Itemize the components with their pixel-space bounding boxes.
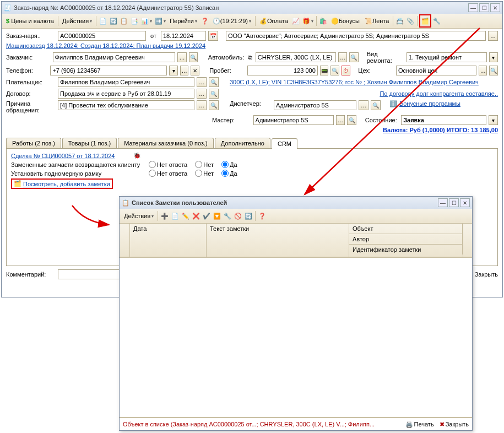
total-line[interactable]: Валюта: Руб (1,0000) ИТОГО: 13 185,00 — [383, 127, 498, 133]
date-picker-button[interactable]: 📅 — [208, 31, 218, 41]
reason-input[interactable] — [58, 100, 194, 110]
sub-add-button[interactable]: ➕ — [160, 210, 170, 221]
col-text[interactable]: Текст заметки — [207, 224, 349, 257]
q1-noanswer[interactable]: Нет ответа — [149, 161, 187, 168]
phone-more-button[interactable]: … — [180, 66, 189, 75]
q1-no[interactable]: Нет — [195, 161, 214, 168]
go-menu[interactable]: Перейти▾ — [167, 15, 199, 26]
tb-icon-6[interactable]: ➡️▾ — [154, 15, 167, 26]
phone-input[interactable] — [50, 66, 167, 75]
customer-more-button[interactable]: … — [177, 52, 186, 62]
disp-more-button[interactable]: … — [359, 100, 368, 110]
tb-help-icon[interactable]: ❓ — [200, 15, 210, 26]
state-dd-button[interactable]: ▾ — [489, 115, 498, 125]
maximize-button[interactable]: ☐ — [479, 3, 489, 12]
tab-crm[interactable]: CRM — [272, 138, 297, 149]
tb-icon-4[interactable]: 📑 — [129, 15, 139, 26]
notes-toolbar-button[interactable]: 🗂️ — [419, 14, 431, 28]
tb-icon-7[interactable]: 📈 — [291, 15, 301, 26]
q2-noanswer[interactable]: Нет ответа — [149, 170, 187, 177]
mileage-calc-button[interactable]: 📟 — [320, 66, 329, 75]
sub-filter1-button[interactable]: 🔽 — [212, 210, 222, 221]
auto-search-button[interactable]: 🔍 — [349, 52, 358, 62]
phone-dd-button[interactable]: ▾ — [169, 66, 178, 75]
auto-input[interactable] — [256, 52, 336, 62]
col-date[interactable]: Дата — [130, 224, 207, 257]
master-input[interactable] — [253, 115, 334, 125]
tb-icon-3[interactable]: 📋 — [119, 15, 129, 26]
bonus-prog-link[interactable]: Бонусные программы — [399, 100, 460, 107]
tab-works[interactable]: Работы (2 поз.) — [6, 138, 61, 148]
sub-maximize-button[interactable]: ☐ — [449, 198, 459, 207]
time-button[interactable]: 🕐(19:21:29)▾ — [210, 15, 253, 26]
shop-more-button[interactable]: … — [479, 66, 487, 75]
sub-copy-button[interactable]: 📄 — [170, 210, 180, 221]
contract-search-button[interactable]: 🔍 — [209, 89, 219, 99]
tb-icon-2[interactable]: 🔄 — [109, 15, 118, 26]
contract-input[interactable] — [58, 89, 194, 99]
customer-search-button[interactable]: 🔍 — [189, 52, 198, 62]
grid-body[interactable] — [120, 257, 472, 299]
bonus-button[interactable]: 🟡Бонусы — [329, 15, 362, 26]
q2-no[interactable]: Нет — [195, 170, 214, 177]
q2-yes[interactable]: Да — [221, 170, 237, 177]
mileage-warn-button[interactable]: ⏱ — [342, 66, 350, 75]
shop-search-button[interactable]: 🔍 — [489, 66, 498, 75]
disp-input[interactable] — [274, 100, 356, 110]
tb-icon-5[interactable]: 📊▾ — [140, 15, 153, 26]
date-input[interactable] — [161, 31, 206, 41]
sub-refresh-button[interactable]: 🔄 — [243, 210, 253, 221]
close-button[interactable]: Закрыть — [475, 271, 498, 278]
repair-dd-button[interactable]: ▾ — [489, 52, 498, 62]
mileage-ext-button[interactable]: 🔍 — [330, 66, 339, 75]
payer-search-button[interactable]: 🔍 — [209, 77, 219, 87]
lenta-button[interactable]: 📜Лента — [362, 15, 391, 26]
tb-icon-9[interactable]: 🛍️ — [318, 15, 328, 26]
mileage-input[interactable] — [247, 66, 318, 75]
state-input[interactable] — [401, 115, 486, 125]
master-more-button[interactable]: … — [336, 115, 345, 125]
q1-yes[interactable]: Да — [221, 161, 237, 168]
tb-icon-8[interactable]: 🎁▾ — [301, 15, 315, 26]
trace-link[interactable]: Машинозаезд 18.12.2024; Создан 18.12.202… — [6, 42, 205, 49]
minimize-button[interactable]: — — [468, 3, 478, 12]
sub-filteroff-button[interactable]: 🚫 — [233, 210, 243, 221]
reason-search-button[interactable]: 🔍 — [209, 100, 219, 110]
auto-more-button[interactable]: … — [338, 52, 347, 62]
col-author[interactable]: Автор — [349, 234, 463, 245]
tb-icon-11[interactable]: 📎 — [405, 15, 415, 26]
shop-input[interactable] — [396, 66, 476, 75]
col-id[interactable]: Идентификатор заметки — [349, 245, 463, 255]
payer-more-button[interactable]: … — [197, 77, 207, 87]
sub-edit-button[interactable]: ✏️ — [181, 210, 191, 221]
tab-extra[interactable]: Дополнительно — [215, 138, 270, 148]
sub-actions-menu[interactable]: Действия▾ — [122, 210, 156, 221]
order-no-input[interactable] — [58, 31, 146, 41]
deal-link[interactable]: Сделка № СЦИ000057 от 18.12.2024 — [11, 153, 115, 159]
prices-button[interactable]: $ Цены и валюта — [4, 15, 56, 26]
view-notes-link[interactable]: Посмотреть, добавить заметки — [23, 181, 110, 187]
sub-filter2-button[interactable]: 🔧 — [223, 210, 232, 221]
tab-goods[interactable]: Товары (1 поз.) — [62, 138, 117, 148]
col-object[interactable]: Объект — [349, 224, 463, 234]
tab-materials[interactable]: Материалы заказчика (0 поз.) — [118, 138, 214, 148]
actions-menu[interactable]: Действия▾ — [60, 15, 94, 26]
phone-x-button[interactable]: ✕ — [191, 66, 199, 75]
contract-more-button[interactable]: … — [197, 89, 207, 99]
repair-input[interactable] — [407, 52, 487, 62]
debt-link[interactable]: По договору долг контрагента составляе.. — [380, 90, 498, 97]
pay-button[interactable]: 💰Оплата — [257, 15, 290, 26]
sub-mark-button[interactable]: ✔️ — [202, 210, 212, 221]
payer-input[interactable] — [58, 77, 194, 87]
vin-link[interactable]: 300C (LX, LE); VIN 1C3H8E3G37Y53276; гос… — [230, 79, 498, 85]
sub-close-button[interactable]: ✕ — [460, 198, 470, 207]
grid-vscroll[interactable] — [463, 224, 472, 257]
tb-icon-1[interactable]: 📄 — [98, 15, 108, 26]
tb-icon-10[interactable]: 📇 — [395, 15, 405, 26]
close-button[interactable]: ✕ — [490, 3, 500, 12]
reason-more-button[interactable]: … — [197, 100, 207, 110]
org-input[interactable] — [226, 31, 486, 41]
org-more-button[interactable]: … — [488, 31, 498, 41]
sub-help-button[interactable]: ❓ — [257, 210, 267, 221]
sub-del-button[interactable]: ❌ — [191, 210, 201, 221]
